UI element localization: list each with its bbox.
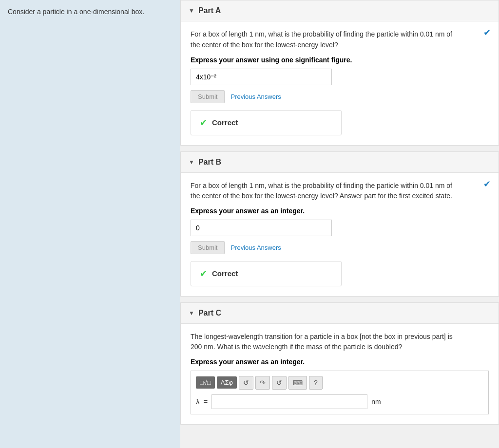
part-c-instruction: Express your answer as an integer. [191,358,489,366]
part-b-section: ▼ Part B ✔ For a box of length 1 nm, wha… [180,151,499,297]
part-b-prev-answers-link[interactable]: Previous Answers [230,244,281,251]
lambda-row: λ = nm [196,394,483,409]
part-c-header[interactable]: ▼ Part C [181,303,499,324]
lambda-input[interactable] [211,394,367,409]
part-a-button-row: Submit Previous Answers [191,90,489,103]
part-a-prev-answers-link[interactable]: Previous Answers [230,93,281,100]
part-a-body: ✔ For a box of length 1 nm, what is the … [181,21,499,145]
chevron-down-icon-c: ▼ [189,310,194,317]
part-b-title: Part B [198,158,221,167]
part-b-correct-text: Correct [212,269,238,278]
chevron-down-icon-b: ▼ [189,159,194,166]
math-help-button[interactable]: ? [309,376,323,390]
part-a-correct-icon: ✔ [483,27,491,38]
part-a-correct-text: Correct [212,118,238,127]
part-a-section: ▼ Part A ✔ For a box of length 1 nm, wha… [180,0,499,146]
part-a-header[interactable]: ▼ Part A [181,0,499,21]
part-b-correct-box: ✔ Correct [191,261,342,286]
math-greek-button[interactable]: ΑΣφ [217,376,237,389]
math-redo-button[interactable]: ↷ [255,376,270,390]
part-a-input[interactable] [191,69,332,85]
lambda-symbol: λ [196,397,200,406]
part-c-math-area: □√□ ΑΣφ ↺ ↷ ↺ ⌨ ? λ = nm [191,371,489,414]
part-b-question: For a box of length 1 nm, what is the pr… [191,181,489,201]
math-undo-button[interactable]: ↺ [239,376,253,390]
math-refresh-button[interactable]: ↺ [272,376,287,390]
sidebar: Consider a particle in a one-dimensional… [0,0,180,448]
math-keyboard-button[interactable]: ⌨ [288,376,307,390]
main-content: ▼ Part A ✔ For a box of length 1 nm, wha… [180,0,499,448]
part-b-instruction: Express your answer as an integer. [191,207,489,215]
chevron-down-icon: ▼ [189,7,194,14]
part-c-title: Part C [198,309,221,317]
part-c-section: ▼ Part C The longest-wavelength transiti… [180,302,499,425]
part-b-answer-container: 0 [191,220,489,241]
part-b-header[interactable]: ▼ Part B [181,152,499,173]
math-toolbar: □√□ ΑΣφ ↺ ↷ ↺ ⌨ ? [196,376,483,390]
math-sqrt-button[interactable]: □√□ [196,376,215,389]
part-b-body: ✔ For a box of length 1 nm, what is the … [181,173,499,296]
part-a-instruction: Express your answer using one significan… [191,56,489,64]
equals-sign: = [204,397,208,406]
part-c-question: The longest-wavelength transition for a … [191,332,489,352]
part-b-input[interactable]: 0 [191,220,332,236]
part-b-correct-icon: ✔ [483,179,491,189]
part-c-body: The longest-wavelength transition for a … [181,324,499,424]
part-a-checkmark-icon: ✔ [200,117,207,128]
part-a-title: Part A [198,6,221,15]
part-a-answer-container [191,69,489,90]
sidebar-description: Consider a particle in a one-dimensional… [8,8,173,16]
part-a-submit-button[interactable]: Submit [191,90,225,103]
part-a-correct-box: ✔ Correct [191,110,342,135]
part-b-submit-button[interactable]: Submit [191,241,225,254]
part-b-button-row: Submit Previous Answers [191,241,489,254]
part-a-question: For a box of length 1 nm, what is the pr… [191,29,489,50]
part-b-checkmark-icon: ✔ [200,268,207,279]
unit-label: nm [371,398,381,406]
